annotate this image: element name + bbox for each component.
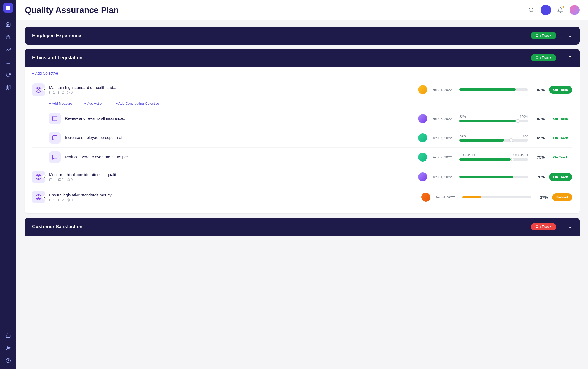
- measure-avatar-employee-perception: [418, 133, 427, 142]
- svg-point-17: [529, 8, 533, 12]
- progress-fill: [459, 120, 515, 122]
- progress-labels-3: 5.00 Hours 4.00 Hours: [459, 153, 528, 157]
- measure-avatar-overtime: [418, 153, 427, 162]
- measure-name-review-insurance: Review and revamp all insurance...: [65, 116, 414, 120]
- objective-expand-button-3[interactable]: ∨: [42, 195, 46, 199]
- objective-progress-maintain-health: [459, 88, 528, 91]
- ethics-legislation-menu-button[interactable]: ⋮: [559, 55, 565, 61]
- sidebar-item-map[interactable]: [3, 82, 13, 93]
- sub-actions-maintain-health: + Add Measure —— + Add Action —— + Add C…: [32, 100, 572, 109]
- measure-row-review-insurance: Review and revamp all insurance... Dec 0…: [32, 109, 572, 128]
- add-button[interactable]: +: [541, 5, 551, 15]
- search-button[interactable]: [526, 5, 536, 15]
- objective-row-legislative: ∨ Ensure legislative standards met by...…: [32, 187, 572, 207]
- customer-satisfaction-toggle-button[interactable]: ⌄: [568, 224, 572, 230]
- map-icon: [6, 85, 11, 90]
- svg-point-36: [38, 197, 39, 198]
- section-employee-experience-controls: On Track ⋮ ⌄: [531, 32, 572, 39]
- sidebar-item-refresh[interactable]: [3, 70, 13, 80]
- progress-fill-5: [462, 196, 481, 198]
- measure-pct-review-insurance: 82%: [532, 116, 545, 121]
- objective-icon-maintain-health: ∧: [32, 83, 45, 96]
- measure-pct-overtime: 75%: [532, 155, 545, 159]
- progress-labels: 82% 100%: [459, 115, 528, 119]
- section-ethics-legislation: Ethics and Legislation On Track ⋮ ⌃ + Ad…: [25, 49, 580, 213]
- sidebar-item-home[interactable]: [3, 19, 13, 30]
- notification-dot: [562, 6, 565, 8]
- ethics-legislation-toggle-button[interactable]: ⌃: [568, 55, 572, 61]
- objective-progress-legislative: [462, 196, 531, 198]
- meta-comments: 2: [58, 91, 64, 94]
- sidebar-item-org[interactable]: [3, 32, 13, 42]
- objective-row-maintain-health: ∧ Maintain high standard of health and..…: [32, 80, 572, 100]
- page-title: Quality Assurance Plan: [25, 5, 119, 15]
- sidebar-item-help[interactable]: [3, 355, 13, 366]
- header-actions: +: [526, 5, 580, 15]
- svg-point-39: [68, 200, 69, 201]
- add-objective-link[interactable]: + Add Objective: [32, 71, 58, 75]
- employee-experience-toggle-button[interactable]: ⌄: [568, 32, 572, 39]
- target-icon-3: [35, 194, 42, 200]
- progress-label-start-2: 73%: [459, 134, 466, 138]
- progress-bar-bg-4: [459, 176, 528, 178]
- logo-icon: [5, 5, 11, 11]
- section-customer-satisfaction-title: Customer Satisfaction: [32, 224, 83, 230]
- measure-info-employee-perception: Increase employee perception of...: [65, 135, 414, 141]
- sidebar-bottom: [3, 330, 13, 366]
- measure-row-employee-perception: Increase employee perception of... Dec 0…: [32, 128, 572, 148]
- add-action-link[interactable]: + Add Action: [84, 101, 104, 105]
- measure-date-employee-perception: Dec 07, 2022: [431, 136, 455, 140]
- sidebar-item-lock[interactable]: [3, 330, 13, 341]
- add-contributing-objective-link[interactable]: + Add Contributing Objective: [115, 101, 159, 105]
- objective-info-legislative: Ensure legislative standards met by... 1…: [49, 193, 417, 202]
- task-icon-3: [49, 198, 52, 202]
- comment-icon-2: [58, 178, 61, 181]
- add-measure-link[interactable]: + Add Measure: [49, 101, 72, 105]
- measure-icon-3: [52, 154, 58, 160]
- svg-point-0: [8, 35, 8, 36]
- goal-icon-2: [67, 178, 70, 181]
- comment-icon: [58, 91, 61, 94]
- progress-marker-2: [509, 138, 513, 142]
- measure-icon-2: [52, 135, 58, 141]
- section-customer-satisfaction-partial[interactable]: Customer Satisfaction On Track ⋮ ⌄: [25, 218, 580, 236]
- section-ethics-legislation-header[interactable]: Ethics and Legislation On Track ⋮ ⌃: [25, 49, 580, 67]
- meta-goals: 0: [67, 91, 73, 94]
- sidebar-item-add-user[interactable]: [3, 343, 13, 353]
- section-ethics-legislation-body: + Add Objective ∧ Maintain high standard…: [25, 67, 580, 213]
- objective-avatar-legislative: [421, 193, 430, 202]
- sidebar-item-list[interactable]: [3, 57, 13, 67]
- svg-point-32: [67, 178, 70, 181]
- employee-experience-menu-button[interactable]: ⋮: [559, 32, 565, 39]
- objective-expand-button[interactable]: ∧: [42, 88, 46, 92]
- svg-point-1: [6, 38, 7, 39]
- comment-icon-3: [58, 198, 61, 202]
- avatar[interactable]: [570, 5, 580, 15]
- svg-point-15: [6, 358, 11, 363]
- objective-avatar-monitor-ethical: [418, 172, 427, 181]
- measure-status-employee-perception: On Track: [549, 134, 572, 142]
- sidebar: [0, 0, 16, 369]
- customer-satisfaction-menu-button[interactable]: ⋮: [559, 224, 565, 230]
- notification-button[interactable]: [555, 5, 565, 15]
- progress-label-start: 82%: [459, 115, 466, 119]
- sidebar-item-trends[interactable]: [3, 44, 13, 55]
- section-employee-experience-header[interactable]: Employee Experience On Track ⋮ ⌄: [25, 27, 580, 45]
- objective-status-maintain-health: On Track: [549, 86, 572, 94]
- help-circle-icon: [6, 358, 11, 363]
- progress-marker: [516, 119, 519, 123]
- objective-expand-button-2[interactable]: ∨: [42, 175, 46, 179]
- app-logo[interactable]: [3, 3, 13, 13]
- goal-icon: [67, 91, 70, 94]
- search-icon: [528, 7, 534, 13]
- measure-name-employee-perception: Increase employee perception of...: [65, 135, 414, 140]
- section-employee-experience-title: Employee Experience: [32, 33, 81, 38]
- section-customer-controls: On Track ⋮ ⌄: [531, 223, 572, 230]
- progress-fill-3: [459, 158, 511, 161]
- section-ethics-legislation-title: Ethics and Legislation: [32, 55, 83, 61]
- objective-pct-maintain-health: 82%: [532, 88, 545, 92]
- measure-icon: [52, 116, 58, 122]
- progress-marker-3: [511, 158, 514, 161]
- measure-icon-employee-perception: [49, 132, 61, 144]
- measure-info-review-insurance: Review and revamp all insurance...: [65, 116, 414, 122]
